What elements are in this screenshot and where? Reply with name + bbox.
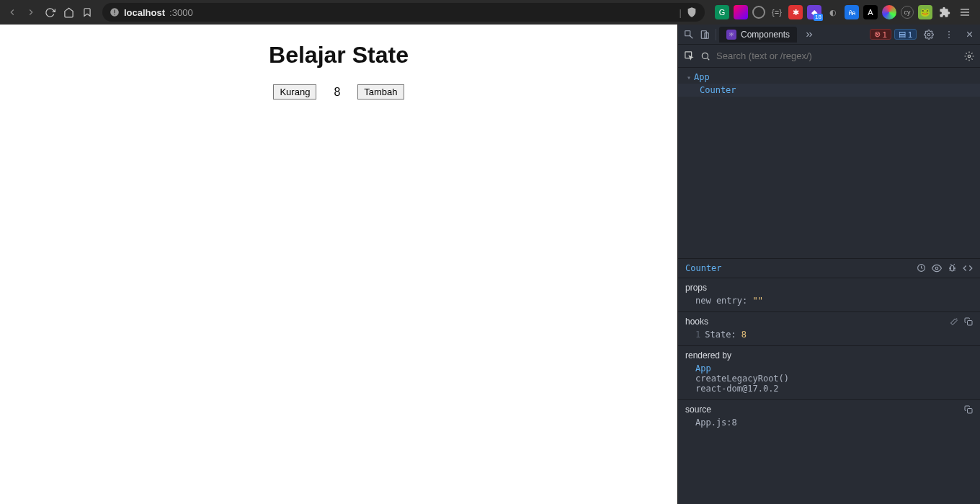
devtools-tabbar: ⚛ Components ⊗ 1 ▤ 1 (678, 25, 980, 45)
ext-colorwheel-icon[interactable] (882, 5, 896, 19)
home-icon[interactable] (61, 4, 76, 20)
magic-wand-icon[interactable] (950, 317, 958, 326)
svg-point-16 (702, 53, 708, 58)
error-x-icon: ⊗ (874, 30, 881, 39)
svg-point-9 (927, 33, 930, 36)
svg-rect-1 (114, 10, 115, 14)
svg-rect-21 (950, 265, 953, 271)
component-inspector: Counter props (678, 259, 980, 433)
panel-settings-icon[interactable] (964, 51, 974, 61)
ext-moon-icon[interactable]: ◐ (826, 5, 840, 19)
message-icon: ▤ (899, 30, 906, 39)
devtools-search-bar (678, 45, 980, 68)
select-element-icon[interactable] (684, 50, 695, 61)
tree-node-counter[interactable]: Counter (678, 84, 980, 97)
copy-icon[interactable] (964, 405, 973, 414)
svg-rect-2 (114, 14, 115, 14)
inspect-element-icon[interactable] (681, 27, 697, 43)
tree-node-label: Counter (700, 85, 736, 95)
source-row[interactable]: App.js:8 (685, 417, 973, 428)
devtools-settings-icon[interactable] (921, 27, 937, 43)
page-title: Belajar State (269, 42, 409, 68)
react-atom-icon: ⚛ (726, 30, 736, 40)
suspense-clock-icon[interactable] (917, 263, 926, 273)
component-tree: ▾ App Counter (678, 68, 980, 258)
nav-forward-icon[interactable] (23, 4, 39, 20)
svg-point-10 (948, 31, 950, 32)
hook-label: State (705, 330, 731, 340)
rendered-by-item[interactable]: App (685, 363, 973, 373)
decrement-button[interactable]: Kurang (273, 84, 316, 100)
rendered-by-item[interactable]: react-dom@17.0.2 (685, 384, 973, 394)
url-divider: | (680, 7, 682, 18)
ext-frog-icon[interactable]: 🐸 (918, 5, 932, 19)
tabbar-right-icons (921, 27, 977, 43)
counter-row: Kurang 8 Tambah (273, 84, 404, 100)
svg-line-17 (708, 58, 710, 60)
device-toggle-icon[interactable] (697, 27, 713, 43)
search-icon (700, 51, 710, 61)
ext-cy-icon[interactable]: cy (901, 6, 914, 19)
section-title: rendered by (685, 350, 731, 361)
error-badge[interactable]: ⊗ 1 (870, 29, 891, 40)
section-title: source (685, 404, 711, 415)
reload-icon[interactable] (42, 4, 58, 20)
ext-grammarly-icon[interactable]: G (715, 5, 729, 19)
ext-red-icon[interactable]: ✱ (788, 5, 803, 19)
search-input[interactable] (716, 50, 958, 61)
hook-value: 8 (741, 330, 747, 340)
caret-down-icon: ▾ (687, 74, 691, 81)
ext-translate-icon[interactable]: 🗛 (845, 5, 859, 19)
inspect-eye-icon[interactable] (932, 263, 942, 273)
browser-menu-icon[interactable] (957, 4, 973, 20)
brave-shields-icon[interactable] (686, 6, 698, 18)
ext-gradient-icon[interactable] (734, 5, 748, 19)
url-port: :3000 (169, 7, 193, 18)
copy-icon[interactable] (964, 317, 973, 326)
tree-node-label: App (694, 72, 710, 82)
selected-component-name: Counter (685, 263, 722, 273)
url-bar[interactable]: localhost:3000 | (102, 3, 705, 22)
props-section: props new entry: "" (678, 278, 980, 312)
rendered-by-section: rendered by App createLegacyRoot() react… (678, 346, 980, 400)
section-title: hooks (685, 317, 708, 327)
devtools-panel: ⚛ Components ⊗ 1 ▤ 1 (677, 25, 980, 504)
ext-code-icon[interactable]: {=} (770, 5, 784, 19)
ext-purple-icon[interactable]: ◆18 (807, 5, 821, 19)
counter-value: 8 (334, 86, 340, 99)
tab-label: Components (741, 30, 790, 40)
section-title: props (685, 283, 707, 293)
increment-button[interactable]: Tambah (357, 84, 404, 100)
tree-node-app[interactable]: ▾ App (678, 71, 980, 84)
not-secure-icon (110, 7, 120, 17)
svg-point-12 (948, 37, 950, 38)
web-page: Belajar State Kurang 8 Tambah (0, 25, 677, 504)
nav-back-icon[interactable] (4, 4, 20, 20)
hooks-row[interactable]: 1State: 8 (685, 330, 973, 340)
workspace: Belajar State Kurang 8 Tambah ⚛ Componen… (0, 25, 980, 504)
props-key: new entry (695, 296, 742, 306)
message-count: 1 (908, 30, 912, 39)
bookmark-icon[interactable] (79, 4, 95, 20)
view-source-icon[interactable] (963, 263, 973, 273)
svg-point-11 (948, 34, 950, 35)
tabbar-separator (716, 29, 716, 40)
bug-icon[interactable] (948, 263, 957, 273)
props-value: "" (752, 296, 762, 306)
devtools-close-icon[interactable] (961, 27, 977, 43)
tabs-overflow-icon[interactable] (801, 27, 817, 43)
rendered-by-item[interactable]: createLegacyRoot() (685, 373, 973, 384)
message-badge[interactable]: ▤ 1 (894, 29, 917, 40)
browser-top-bar: localhost:3000 | G {=} ✱ ◆18 ◐ 🗛 A cy 🐸 (0, 0, 980, 25)
devtools-more-icon[interactable] (941, 27, 957, 43)
tab-components[interactable]: ⚛ Components (719, 27, 797, 43)
ext-circle-icon[interactable] (752, 6, 765, 19)
props-row[interactable]: new entry: "" (685, 296, 973, 306)
svg-rect-22 (968, 321, 973, 326)
source-section: source App.js:8 (678, 400, 980, 433)
ext-badge: 18 (814, 14, 823, 21)
extensions-row: G {=} ✱ ◆18 ◐ 🗛 A cy 🐸 (712, 4, 976, 20)
ext-a-icon[interactable]: A (863, 5, 878, 19)
hooks-section: hooks 1State: 8 (678, 312, 980, 346)
extensions-puzzle-icon[interactable] (937, 4, 953, 20)
